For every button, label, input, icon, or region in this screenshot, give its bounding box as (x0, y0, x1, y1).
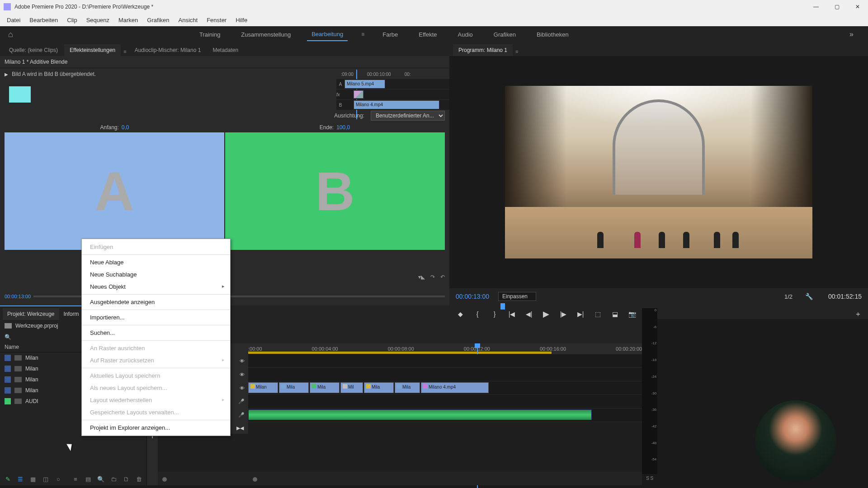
start-value[interactable]: 0,0 (122, 124, 129, 131)
voice-icon[interactable]: 🎤 (238, 412, 245, 418)
mini-clip-a[interactable]: Milano 5.mp4 (344, 80, 385, 89)
icon-view-icon[interactable]: ▦ (29, 476, 37, 483)
program-scrub-head[interactable] (500, 303, 505, 310)
tab-project[interactable]: Projekt: Werkzeuge (3, 308, 59, 320)
menu-datei[interactable]: Datei (3, 15, 24, 25)
context-menu-item[interactable]: Ausgeblendete anzeigen (82, 296, 230, 308)
mark-out-icon[interactable]: } (490, 310, 499, 318)
maximize-button[interactable]: ▢ (826, 0, 847, 14)
automate-icon[interactable]: ▤ (84, 476, 92, 483)
timeline-clip[interactable]: Milan (248, 382, 278, 393)
step-forward-icon[interactable]: |▶ (559, 310, 568, 318)
alignment-select[interactable]: Benutzerdefinierter An... (371, 111, 445, 121)
workspace-overflow-icon[interactable]: » (849, 30, 854, 38)
voice-icon[interactable]: 🎤 (238, 399, 245, 404)
eye-icon[interactable]: 👁 (240, 372, 245, 377)
work-area-bar[interactable] (248, 352, 552, 354)
button-editor-icon[interactable]: ＋ (854, 310, 862, 319)
list-view-icon[interactable]: ☰ (16, 476, 24, 483)
step-back-icon[interactable]: ◀| (524, 310, 533, 318)
context-menu-item[interactable]: Neue Suchablage (82, 268, 230, 281)
pen-icon[interactable]: ✎ (4, 476, 12, 483)
mini-transition-block[interactable] (354, 90, 363, 99)
new-item-icon[interactable]: 🗋 (122, 476, 130, 483)
effect-timecode[interactable]: 00:00:13:00 (5, 294, 31, 299)
end-value[interactable]: 100,0 (336, 124, 350, 131)
ws-audio[interactable]: Audio (453, 28, 477, 41)
menu-marken[interactable]: Marken (114, 15, 142, 25)
freeform-view-icon[interactable]: ◫ (42, 476, 50, 483)
tab-program[interactable]: Programm: Milano 1 (453, 44, 513, 56)
timeline-clip[interactable]: Mila (279, 382, 309, 393)
tab-effect-menu-icon[interactable]: ≡ (122, 47, 128, 56)
wrench-icon[interactable]: 🔧 (805, 293, 813, 300)
program-video[interactable] (505, 86, 812, 259)
effect-mini-timeline[interactable]: :09:00 00:00:10:00 00: A Milano 5.mp4 fx… (336, 70, 449, 110)
play-icon[interactable]: ▶ (542, 309, 551, 319)
ws-effekte[interactable]: Effekte (414, 28, 441, 41)
add-marker-icon[interactable]: ◆ (456, 310, 465, 318)
tab-effekteinstellungen[interactable]: Effekteinstellungen (64, 44, 121, 56)
trash-icon[interactable]: 🗑 (135, 476, 143, 483)
timeline-clip[interactable]: Mila (310, 382, 340, 393)
menu-fenster[interactable]: Fenster (203, 15, 231, 25)
zoom-handle-left[interactable] (162, 477, 167, 482)
playback-resolution[interactable]: 1/2 (784, 293, 793, 300)
menu-sequenz[interactable]: Sequenz (82, 15, 113, 25)
timeline-clip[interactable]: Milano 4.mp4 (421, 382, 489, 393)
program-timecode-right[interactable]: 00:01:52:15 (828, 293, 862, 300)
mini-clip-b[interactable]: Milano 4.mp4 (354, 100, 439, 109)
tab-metadaten[interactable]: Metadaten (207, 44, 244, 56)
new-bin-icon[interactable]: 🗀 (109, 476, 118, 483)
program-timecode-left[interactable]: 00:00:13:00 (456, 293, 489, 300)
tab-audioclip-mixer[interactable]: Audioclip-Mischer: Milano 1 (129, 44, 207, 56)
menu-clip[interactable]: Clip (63, 15, 81, 25)
ws-bibliotheken[interactable]: Bibliotheken (532, 28, 573, 41)
eye-icon[interactable]: 👁 (240, 385, 245, 391)
zoom-slider-handle-icon[interactable]: ○ (54, 476, 62, 483)
ws-bearbeitung[interactable]: Bearbeitung (307, 28, 348, 41)
search-icon[interactable]: 🔍 (5, 334, 11, 340)
expand-icon[interactable]: ▶◀ (236, 425, 244, 431)
menu-bearbeiten[interactable]: Bearbeiten (25, 15, 62, 25)
timeline-clip[interactable]: Mila (395, 382, 420, 393)
ws-training[interactable]: Training (195, 28, 225, 41)
sort-icon[interactable]: ≡ (71, 476, 80, 483)
program-menu-icon[interactable]: ≡ (514, 47, 520, 56)
go-to-in-icon[interactable]: |◀ (507, 310, 516, 318)
context-menu-item[interactable]: Suchen... (82, 327, 230, 339)
ws-grafiken[interactable]: Grafiken (489, 28, 520, 41)
timeline-clip[interactable]: Mil (340, 382, 363, 393)
export-frame-icon[interactable]: 📷 (627, 310, 637, 318)
tab-info[interactable]: Inform (59, 308, 84, 320)
ws-active-menu-icon[interactable]: ≡ (359, 29, 366, 39)
context-menu-item[interactable]: Neues Objekt▸ (82, 281, 230, 293)
context-menu-item[interactable]: Neue Ablage (82, 256, 230, 268)
mark-in-icon[interactable]: { (473, 310, 482, 318)
zoom-handle-right[interactable] (253, 477, 257, 482)
tab-source[interactable]: Quelle: (keine Clips) (4, 44, 63, 56)
play-transition-icon[interactable]: ▶ (5, 72, 8, 77)
find-icon[interactable]: 🔍 (97, 476, 105, 483)
filter-icon[interactable]: ▾◣ (418, 274, 425, 280)
ws-zusammenstellung[interactable]: Zusammenstellung (236, 28, 295, 41)
menu-ansicht[interactable]: Ansicht (174, 15, 202, 25)
home-icon[interactable]: ⌂ (8, 30, 13, 39)
audio-clip[interactable] (248, 409, 592, 420)
ws-farbe[interactable]: Farbe (378, 28, 402, 41)
import-icon[interactable]: ↶ (440, 274, 445, 280)
lift-icon[interactable]: ⬚ (593, 310, 602, 318)
context-menu-item[interactable]: Importieren... (82, 311, 230, 324)
eye-icon[interactable]: 👁 (240, 358, 245, 364)
timeline-zoom-scroll[interactable] (158, 472, 642, 485)
minimize-button[interactable]: — (806, 0, 826, 14)
timeline-clip[interactable]: Mila (364, 382, 394, 393)
zoom-fit-select[interactable]: Einpassen (498, 292, 536, 301)
export-icon[interactable]: ↷ (430, 274, 435, 280)
close-button[interactable]: ✕ (847, 0, 868, 14)
context-menu-item[interactable]: Projekt im Explorer anzeigen... (82, 422, 230, 434)
menu-grafiken[interactable]: Grafiken (143, 15, 173, 25)
extract-icon[interactable]: ⬓ (610, 310, 619, 318)
menu-hilfe[interactable]: Hilfe (231, 15, 251, 25)
go-to-out-icon[interactable]: ▶| (576, 310, 585, 318)
